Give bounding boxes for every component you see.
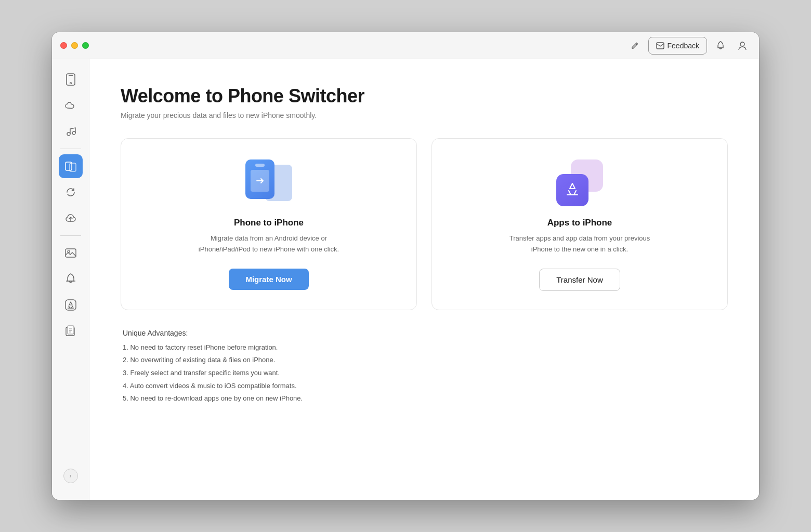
card-phone-title: Phone to iPhone (234, 218, 304, 228)
sidebar-item-music[interactable] (59, 119, 83, 143)
backup-icon (65, 212, 76, 224)
device-icon (65, 73, 76, 86)
main-layout: › Welcome to Phone Switcher Migrate your… (52, 59, 759, 500)
transfer-now-button[interactable]: Transfer Now (539, 269, 620, 291)
apps-to-iphone-icon (556, 159, 603, 206)
svg-point-1 (740, 42, 744, 46)
sidebar-item-files[interactable] (59, 319, 83, 343)
svg-point-3 (70, 83, 71, 84)
advantage-item-1: 1. No need to factory reset iPhone befor… (123, 341, 728, 354)
card-phone-desc: Migrate data from an Android device or i… (196, 233, 342, 255)
apps-front-shape (556, 174, 588, 206)
sidebar-item-notifications[interactable] (59, 267, 83, 291)
sidebar: › (52, 59, 89, 500)
advantages-section: Unique Advantages: 1. No need to factory… (121, 329, 728, 405)
edit-icon (631, 42, 639, 50)
maximize-button[interactable] (82, 42, 89, 49)
edit-icon-button[interactable] (626, 37, 643, 54)
card-apps-to-iphone: Apps to iPhone Transfer apps and app dat… (431, 138, 728, 310)
close-button[interactable] (60, 42, 67, 49)
bell-icon (716, 41, 725, 50)
svg-rect-0 (657, 43, 664, 49)
user-button[interactable] (734, 37, 751, 54)
photos-icon (65, 247, 76, 259)
phone-to-iphone-icon (245, 159, 292, 206)
card-apps-title: Apps to iPhone (547, 218, 612, 228)
user-icon (738, 41, 747, 50)
minimize-button[interactable] (71, 42, 78, 49)
svg-point-10 (68, 250, 70, 252)
notifications-icon (66, 273, 76, 285)
files-icon (65, 325, 76, 337)
content-area: Welcome to Phone Switcher Migrate your p… (89, 59, 759, 500)
sidebar-group-top (52, 68, 89, 143)
cloud-icon (64, 101, 77, 110)
feedback-label: Feedback (668, 42, 699, 50)
card-apps-desc: Transfer apps and app data from your pre… (507, 233, 652, 255)
transfer-arrow-icon (255, 176, 265, 185)
sidebar-item-photos[interactable] (59, 241, 83, 265)
cards-row: Phone to iPhone Migrate data from an And… (121, 138, 728, 310)
page-subtitle: Migrate your precious data and files to … (121, 111, 728, 119)
advantage-item-4: 4. Auto convert videos & music to iOS co… (123, 380, 728, 393)
titlebar-actions: Feedback (626, 37, 751, 55)
feedback-button[interactable]: Feedback (648, 37, 707, 55)
sidebar-expand-button[interactable]: › (63, 469, 78, 483)
advantage-item-5: 5. No need to re-download apps one by on… (123, 392, 728, 405)
sidebar-divider-1 (60, 149, 81, 149)
card-phone-to-iphone: Phone to iPhone Migrate data from an And… (121, 138, 417, 310)
mail-icon (656, 42, 664, 49)
appstore-icon (65, 299, 76, 311)
phone-notch (255, 164, 265, 167)
phone-screen (251, 170, 269, 192)
app-store-icon (564, 181, 581, 199)
sidebar-item-switcher[interactable] (59, 154, 83, 178)
notification-button[interactable] (712, 37, 729, 54)
advantage-item-3: 3. Freely select and transfer specific i… (123, 367, 728, 380)
svg-point-5 (67, 132, 70, 136)
sidebar-group-tools (52, 241, 89, 343)
sidebar-item-device[interactable] (59, 68, 83, 91)
migrate-now-button[interactable]: Migrate Now (229, 269, 308, 290)
page-title: Welcome to Phone Switcher (121, 85, 728, 107)
svg-rect-9 (66, 249, 76, 257)
sidebar-group-active (52, 154, 89, 230)
app-window: Feedback (52, 32, 759, 500)
sidebar-divider-2 (60, 235, 81, 236)
traffic-lights (60, 42, 89, 49)
svg-point-6 (72, 131, 75, 135)
phone-front-shape (245, 159, 274, 199)
advantages-list: 1. No need to factory reset iPhone befor… (123, 341, 728, 405)
svg-rect-15 (68, 326, 74, 334)
restore-icon (65, 187, 76, 198)
titlebar: Feedback (52, 32, 759, 59)
switcher-icon (65, 161, 76, 172)
sidebar-item-appstore[interactable] (59, 293, 83, 317)
expand-icon: › (70, 472, 72, 480)
sidebar-item-cloud[interactable] (59, 94, 83, 117)
sidebar-item-restore[interactable] (59, 180, 83, 204)
advantage-item-2: 2. No overwriting of existing data & fil… (123, 354, 728, 367)
music-icon (65, 126, 76, 137)
advantages-title: Unique Advantages: (123, 329, 728, 337)
sidebar-item-backup[interactable] (59, 206, 83, 230)
